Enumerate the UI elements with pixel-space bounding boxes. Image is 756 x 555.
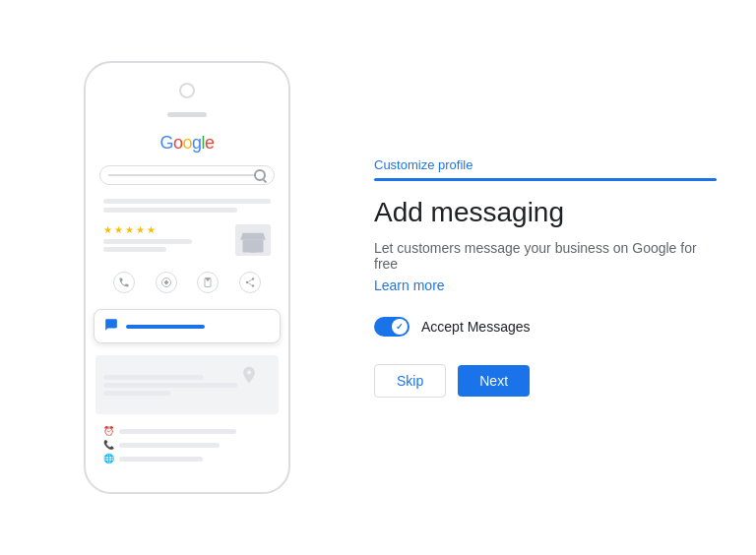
- gray-line: [103, 199, 271, 204]
- skip-button[interactable]: Skip: [374, 364, 446, 398]
- toggle-row: ✓ Accept Messages: [374, 317, 717, 337]
- phone-map-section: [95, 355, 279, 414]
- search-bar-line: [108, 174, 254, 176]
- phone-camera: [179, 83, 195, 98]
- svg-point-6: [252, 284, 255, 287]
- svg-rect-1: [250, 244, 257, 252]
- toggle-knob: ✓: [392, 319, 408, 335]
- step-header: Customize profile: [374, 157, 717, 181]
- content-section: Customize profile Add messaging Let cust…: [335, 157, 717, 398]
- accept-messages-toggle[interactable]: ✓: [374, 317, 410, 337]
- page-container: Google ★ ★ ★ ★ ★: [0, 0, 756, 555]
- phone-message-line: [126, 325, 205, 329]
- star: ★: [136, 224, 145, 235]
- info-row-clock: ⏰: [103, 426, 271, 436]
- phone-message-card: [94, 309, 281, 343]
- globe-icon: 🌐: [103, 454, 113, 463]
- phone-icon: 📞: [103, 440, 113, 450]
- toggle-checkmark: ✓: [396, 322, 404, 332]
- phone-action-directions: [156, 272, 177, 293]
- learn-more-link[interactable]: Learn more: [374, 278, 717, 293]
- next-button[interactable]: Next: [458, 365, 530, 397]
- clock-icon: ⏰: [103, 426, 113, 436]
- info-row-globe: 🌐: [103, 454, 271, 463]
- phone-search-icon: [254, 169, 266, 181]
- star: ★: [103, 224, 112, 235]
- main-heading: Add messaging: [374, 197, 717, 228]
- progress-bar: [374, 178, 717, 181]
- phone-business-section: ★ ★ ★ ★ ★: [95, 224, 279, 256]
- phone-info-rows: ⏰ 📞 🌐: [95, 426, 279, 463]
- phone-gray-lines-top: [95, 199, 279, 213]
- gray-line: [103, 375, 204, 380]
- star: ★: [125, 224, 134, 235]
- toggle-label: Accept Messages: [421, 319, 531, 335]
- svg-point-5: [246, 281, 249, 284]
- map-pin-icon: [239, 365, 259, 390]
- info-row-phone: 📞: [103, 440, 271, 450]
- phone-stars-row: ★ ★ ★ ★ ★: [103, 224, 229, 235]
- description-text: Let customers message your business on G…: [374, 240, 717, 272]
- button-row: Skip Next: [374, 364, 717, 398]
- gray-line: [119, 429, 236, 434]
- svg-line-7: [248, 279, 252, 281]
- svg-point-4: [252, 278, 255, 280]
- phone-search-bar: [99, 165, 275, 185]
- phone-stars-block: ★ ★ ★ ★ ★: [103, 224, 229, 252]
- star: ★: [147, 224, 156, 235]
- phone-action-save: [197, 272, 219, 293]
- gray-line: [119, 457, 203, 462]
- gray-line: [103, 383, 237, 388]
- gray-line: [103, 239, 192, 244]
- google-logo: Google: [95, 133, 279, 154]
- phone-action-share: [239, 272, 261, 293]
- phone-mockup-section: Google ★ ★ ★ ★ ★: [39, 61, 335, 494]
- gray-line: [103, 247, 166, 252]
- svg-line-8: [248, 283, 252, 285]
- message-icon: [104, 318, 118, 335]
- gray-line: [119, 443, 220, 448]
- store-icon: [235, 224, 271, 256]
- gray-line: [103, 208, 237, 213]
- phone-speaker: [167, 112, 207, 117]
- gray-line: [103, 391, 170, 396]
- step-title: Customize profile: [374, 157, 717, 172]
- star: ★: [114, 224, 123, 235]
- phone-action-phone: [113, 272, 135, 293]
- phone-action-icons: [95, 268, 279, 297]
- phone-mockup: Google ★ ★ ★ ★ ★: [84, 61, 290, 494]
